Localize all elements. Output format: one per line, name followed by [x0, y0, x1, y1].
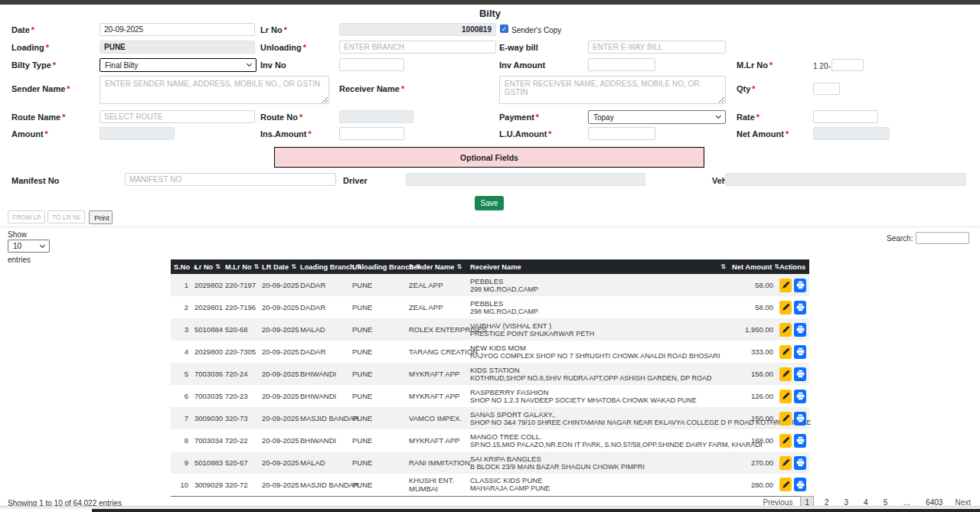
cell-sno: 4 — [171, 341, 191, 363]
cell-loading-branch: MASJID BANDAR — [297, 474, 349, 496]
sender-name-textarea[interactable] — [100, 76, 329, 104]
senders-copy-checkbox[interactable] — [500, 24, 508, 33]
column-header-sender-name[interactable]: Sender Name⇅ — [406, 259, 467, 274]
column-header-lr-no[interactable]: Lr No⇅ — [191, 259, 222, 274]
cell-sno: 3 — [171, 318, 191, 341]
cell-unloading-branch: PUNE — [349, 341, 406, 363]
cell-actions — [776, 296, 809, 318]
print-button[interactable] — [794, 323, 806, 337]
rate-input[interactable] — [813, 110, 878, 123]
print-button[interactable] — [794, 412, 806, 426]
search-control: Search: — [887, 232, 969, 244]
column-label: M.Lr No — [225, 263, 252, 271]
vehicle-input — [725, 173, 966, 186]
cell-receiver-name: SANAS SPORT GALAXY,.SHOP NO 3&4 79/10 SH… — [467, 407, 729, 429]
pencil-icon — [782, 281, 790, 289]
column-header-loading-branch[interactable]: Loading Branch⇅ — [297, 259, 349, 274]
print-button[interactable] — [794, 279, 806, 292]
print-button[interactable] — [794, 367, 806, 381]
search-input[interactable] — [916, 232, 969, 244]
cell-net-amount: 58.00 — [729, 296, 776, 318]
pencil-icon — [782, 458, 790, 467]
column-header-receiver-name[interactable]: Receiver Name⇅ — [467, 259, 729, 274]
receiver-name-label: Receiver Name* — [339, 84, 404, 93]
print-button[interactable] — [794, 301, 806, 315]
from-lr-input[interactable] — [8, 210, 45, 223]
cell-loading-branch: MALAD — [297, 452, 349, 474]
edit-button[interactable] — [779, 367, 792, 381]
edit-button[interactable] — [779, 434, 792, 448]
cell-mlr-no: 720-24 — [222, 363, 259, 385]
column-header-lr-date[interactable]: LR Date⇅ — [259, 259, 297, 274]
cell-loading-branch: BHIWANDI — [297, 429, 349, 452]
unloading-input[interactable] — [339, 41, 496, 54]
cell-mlr-no: 220-7197 — [222, 274, 259, 296]
optional-fields-banner[interactable]: Optional Fields — [274, 147, 704, 168]
to-lr-input[interactable] — [47, 210, 85, 223]
section-divider — [0, 227, 980, 227]
column-header-unloading-branch[interactable]: Unloading Branch⇅ — [349, 259, 406, 274]
column-header-mlr-no[interactable]: M.Lr No⇅ — [222, 259, 259, 274]
sender-name-label: Sender Name* — [11, 84, 70, 93]
cell-net-amount: 333.00 — [729, 341, 776, 363]
ins-amount-input[interactable] — [339, 127, 404, 140]
column-header-sno[interactable]: S.No▲ — [171, 259, 191, 274]
cell-sno: 8 — [171, 429, 191, 452]
print-button[interactable] — [794, 345, 806, 359]
edit-button[interactable] — [779, 390, 792, 403]
save-button[interactable]: Save — [475, 196, 504, 210]
page-size-select[interactable]: 10 — [8, 240, 50, 253]
inv-no-input[interactable] — [339, 58, 404, 71]
print-button[interactable] — [794, 434, 806, 448]
edit-button[interactable] — [779, 279, 792, 292]
cell-loading-branch: MALAD — [297, 318, 349, 341]
print-button[interactable] — [794, 390, 806, 403]
payment-select[interactable]: Topay — [588, 110, 726, 124]
cell-sno: 10 — [171, 474, 191, 496]
edit-button[interactable] — [779, 345, 792, 359]
edit-button[interactable] — [779, 323, 792, 337]
printer-icon — [796, 347, 805, 356]
date-input[interactable] — [100, 23, 255, 36]
print-button[interactable]: Print — [89, 210, 113, 224]
cell-lr-no: 7003036 — [191, 363, 222, 385]
lr-no-label: Lr No* — [260, 25, 287, 34]
printer-icon — [796, 458, 805, 467]
qty-label: Qty* — [737, 84, 756, 93]
loading-input — [100, 41, 255, 54]
cell-lr-no: 2029802 — [191, 274, 222, 296]
inv-no-label: Inv No — [260, 60, 286, 70]
mlr-no-prefix: 1 20- — [813, 62, 831, 70]
mlr-no-input[interactable] — [831, 59, 864, 71]
manifest-no-input[interactable] — [125, 173, 336, 186]
cell-lr-no: 5010884 — [191, 318, 222, 341]
column-label: S.No — [174, 263, 190, 271]
cell-actions — [776, 363, 809, 385]
inv-amount-input[interactable] — [588, 58, 655, 71]
print-button[interactable] — [794, 456, 806, 470]
edit-button[interactable] — [779, 478, 792, 491]
edit-button[interactable] — [779, 301, 792, 315]
lu-amount-input[interactable] — [588, 127, 655, 140]
print-button[interactable] — [794, 478, 806, 491]
route-name-label: Route Name* — [11, 113, 65, 122]
cell-mlr-no: 320-73 — [222, 407, 259, 429]
eway-bill-input[interactable] — [588, 41, 726, 54]
column-header-net-amount[interactable]: Net Amount⇅ — [729, 259, 776, 274]
unloading-label: Unloading* — [260, 43, 306, 52]
cell-net-amount: 1,950.00 — [729, 318, 776, 341]
cell-net-amount: 126.00 — [729, 385, 776, 407]
qty-input[interactable] — [813, 83, 840, 95]
sort-icon: ⇅ — [254, 263, 260, 270]
bottom-bar — [92, 509, 980, 512]
edit-button[interactable] — [779, 456, 792, 470]
cell-receiver-name: MANGO TREE COLL.SP.NO.15,MIO PALAZO,NR.E… — [467, 429, 729, 452]
bilty-type-select[interactable]: Final Bilty — [100, 58, 256, 72]
route-name-input[interactable] — [100, 110, 255, 123]
table-row: 73009030320-7320-09-2025MASJID BANDARPUN… — [171, 407, 809, 429]
receiver-name-textarea[interactable] — [499, 76, 726, 104]
edit-button[interactable] — [779, 412, 792, 426]
cell-lr-date: 20-09-2025 — [259, 474, 297, 496]
cell-loading-branch: BHIWANDI — [297, 385, 349, 407]
net-amount-label: Net Amount* — [737, 129, 789, 139]
